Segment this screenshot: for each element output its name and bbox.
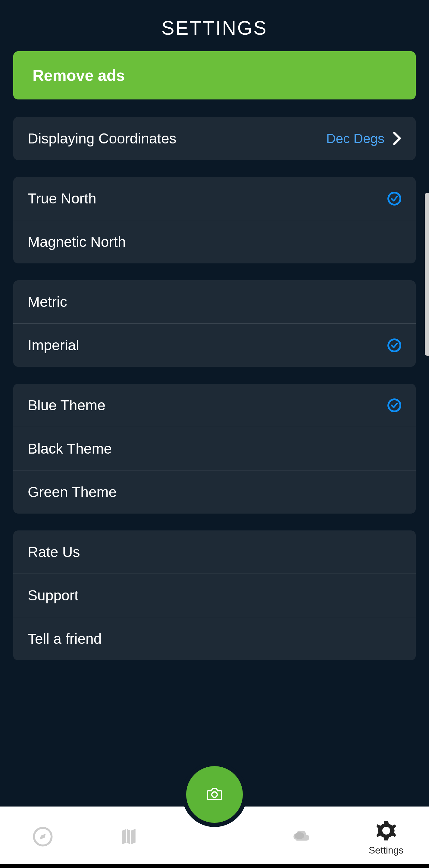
nav-map[interactable]: [86, 807, 172, 868]
metric-label: Metric: [28, 293, 67, 310]
black-theme-item[interactable]: Black Theme: [13, 427, 416, 470]
green-theme-label: Green Theme: [28, 484, 117, 500]
displaying-coordinates-item[interactable]: Displaying Coordinates Dec Degs: [13, 117, 416, 160]
check-icon: [388, 338, 401, 352]
page-header: SETTINGS: [0, 0, 429, 51]
tell-friend-item[interactable]: Tell a friend: [13, 617, 416, 660]
camera-button-wrapper: [182, 762, 247, 827]
imperial-item[interactable]: Imperial: [13, 324, 416, 367]
coordinates-group: Displaying Coordinates Dec Degs: [13, 117, 416, 160]
check-icon: [388, 398, 401, 412]
black-theme-label: Black Theme: [28, 440, 112, 457]
tell-friend-label: Tell a friend: [28, 630, 102, 647]
check-icon: [388, 192, 401, 206]
support-item[interactable]: Support: [13, 574, 416, 617]
blue-theme-label: Blue Theme: [28, 397, 105, 413]
svg-point-3: [294, 832, 304, 839]
imperial-label: Imperial: [28, 337, 79, 353]
nav-settings[interactable]: Settings: [343, 807, 429, 868]
blue-theme-item[interactable]: Blue Theme: [13, 384, 416, 427]
remove-ads-label: Remove ads: [33, 67, 125, 84]
rate-us-label: Rate Us: [28, 544, 80, 560]
support-label: Support: [28, 587, 78, 604]
compass-icon: [31, 825, 55, 849]
metric-item[interactable]: Metric: [13, 280, 416, 324]
nav-settings-label: Settings: [369, 845, 404, 856]
magnetic-north-item[interactable]: Magnetic North: [13, 220, 416, 264]
map-icon: [117, 825, 140, 849]
remove-ads-button[interactable]: Remove ads: [13, 51, 416, 99]
camera-button[interactable]: [186, 766, 243, 823]
cloud-icon: [289, 825, 312, 849]
svg-point-4: [382, 827, 390, 835]
theme-group: Blue Theme Black Theme Green Theme: [13, 384, 416, 514]
north-group: True North Magnetic North: [13, 177, 416, 264]
magnetic-north-label: Magnetic North: [28, 234, 126, 250]
chevron-right-icon: [393, 131, 401, 146]
unit-group: Metric Imperial: [13, 280, 416, 367]
camera-icon: [205, 784, 224, 804]
coordinates-value: Dec Degs: [326, 131, 385, 146]
settings-content: Remove ads Displaying Coordinates Dec De…: [0, 51, 429, 660]
true-north-item[interactable]: True North: [13, 177, 416, 220]
bottom-bar: [0, 864, 429, 868]
coordinates-label: Displaying Coordinates: [28, 130, 176, 147]
svg-point-5: [212, 792, 217, 798]
gear-icon: [374, 819, 398, 844]
page-title: SETTINGS: [0, 17, 429, 39]
true-north-label: True North: [28, 190, 96, 207]
nav-compass[interactable]: [0, 807, 86, 868]
about-group: Rate Us Support Tell a friend: [13, 530, 416, 660]
rate-us-item[interactable]: Rate Us: [13, 530, 416, 574]
coordinates-right: Dec Degs: [326, 131, 401, 146]
scrollbar[interactable]: [425, 193, 429, 355]
green-theme-item[interactable]: Green Theme: [13, 470, 416, 514]
nav-weather[interactable]: [257, 807, 343, 868]
